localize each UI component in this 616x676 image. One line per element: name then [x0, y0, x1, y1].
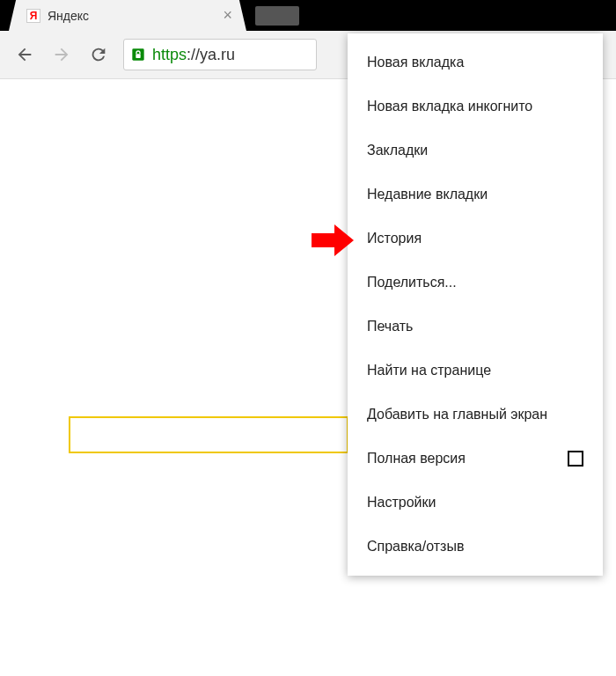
svg-rect-1 [136, 54, 140, 58]
menu-item-settings[interactable]: Настройки [348, 481, 603, 525]
menu-item-label: Новая вкладка [367, 55, 464, 70]
menu-item-label: Закладки [367, 143, 428, 158]
address-bar[interactable]: https://ya.ru [123, 39, 317, 70]
reload-icon [89, 45, 108, 64]
yandex-favicon: Я [26, 9, 40, 23]
browser-menu: Новая вкладка Новая вкладка инкогнито За… [348, 33, 603, 576]
annotation-arrow-icon [312, 224, 354, 256]
url-text: https://ya.ru [152, 46, 235, 64]
menu-item-label: Полная версия [367, 451, 466, 467]
menu-item-share[interactable]: Поделиться... [348, 261, 603, 305]
menu-item-find-in-page[interactable]: Найти на странице [348, 349, 603, 393]
forward-button[interactable] [49, 42, 74, 67]
menu-item-desktop-site[interactable]: Полная версия [348, 437, 603, 481]
menu-item-label: Поделиться... [367, 275, 457, 290]
arrow-right-icon [52, 45, 71, 64]
menu-item-new-tab[interactable]: Новая вкладка [348, 40, 603, 84]
menu-item-label: Недавние вкладки [367, 187, 488, 202]
menu-item-recent-tabs[interactable]: Недавние вкладки [348, 173, 603, 217]
menu-item-label: Новая вкладка инкогнито [367, 99, 532, 114]
menu-item-label: Найти на странице [367, 363, 491, 378]
menu-item-incognito-tab[interactable]: Новая вкладка инкогнито [348, 84, 603, 129]
menu-item-label: Добавить на главный экран [367, 407, 547, 422]
menu-item-label: Настройки [367, 495, 436, 511]
new-tab-button[interactable] [255, 6, 299, 26]
menu-item-bookmarks[interactable]: Закладки [348, 129, 603, 173]
url-host: ://ya.ru [187, 46, 235, 63]
browser-tab[interactable]: Я Яндекс × [9, 0, 246, 31]
menu-item-help[interactable]: Справка/отзыв [348, 525, 603, 569]
menu-item-history[interactable]: История [348, 217, 603, 261]
menu-item-label: Печать [367, 319, 413, 334]
reload-button[interactable] [86, 42, 111, 67]
menu-item-label: Справка/отзыв [367, 539, 464, 555]
arrow-left-icon [15, 45, 34, 64]
tab-strip: Я Яндекс × [0, 0, 616, 31]
menu-item-add-to-homescreen[interactable]: Добавить на главный экран [348, 393, 603, 437]
menu-item-label: История [367, 231, 422, 246]
menu-item-print[interactable]: Печать [348, 305, 603, 349]
back-button[interactable] [12, 42, 37, 67]
checkbox-unchecked-icon[interactable] [568, 451, 583, 467]
tab-title: Яндекс [48, 9, 219, 23]
lock-icon [131, 48, 145, 62]
url-scheme: https [152, 46, 187, 63]
yandex-search-input[interactable] [69, 416, 348, 453]
close-tab-icon[interactable]: × [219, 6, 236, 25]
